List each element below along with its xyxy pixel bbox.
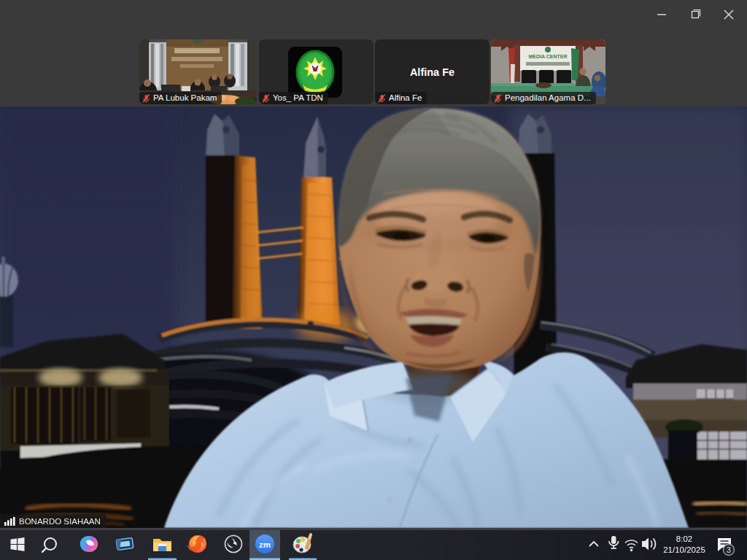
- svg-text:8:02: 8:02: [676, 534, 692, 543]
- svg-text:zm: zm: [259, 540, 271, 549]
- svg-text:MEDIA CENTER: MEDIA CENTER: [528, 54, 567, 59]
- svg-text:3: 3: [727, 545, 731, 554]
- svg-text:21/10/2025: 21/10/2025: [663, 545, 705, 554]
